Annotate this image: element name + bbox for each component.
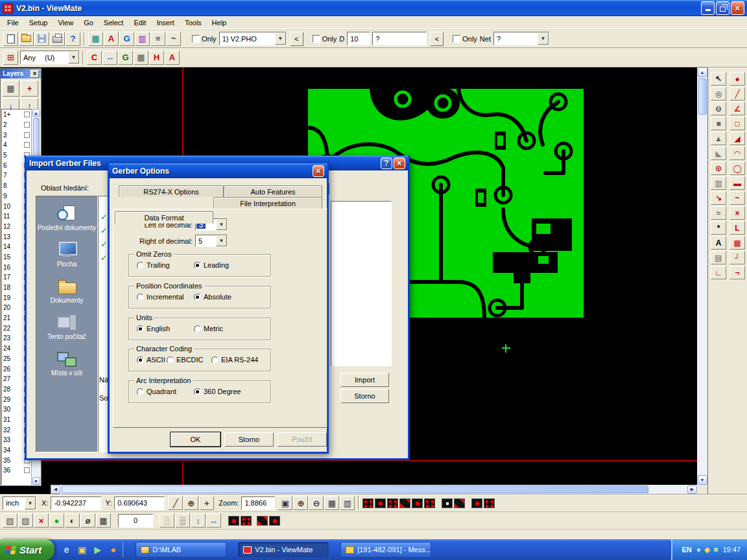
wedge-icon[interactable]: ◢ <box>729 132 745 145</box>
layer-color-box[interactable] <box>24 132 30 138</box>
dcode-value-field[interactable]: 10 <box>347 32 370 45</box>
tray-shield-icon[interactable]: ■ <box>713 546 718 554</box>
file-preview-listbox[interactable] <box>331 201 392 366</box>
pad-round-icon[interactable]: ◎ <box>711 87 726 100</box>
place-network[interactable]: Místa v síti <box>36 347 97 380</box>
layer-color-box[interactable] <box>24 142 30 148</box>
anchor-h-icon[interactable]: ↔ <box>206 513 221 528</box>
place-my-computer[interactable]: Tento počítač <box>36 310 97 344</box>
swap-icon[interactable]: ↔ <box>102 51 117 65</box>
layer-color-box[interactable] <box>24 467 30 473</box>
task-mlab-folder[interactable]: D:\MLAB <box>136 542 226 557</box>
layer-row[interactable]: 3 <box>2 130 31 140</box>
radio-trailing[interactable]: Trailing <box>137 261 170 269</box>
save-icon[interactable] <box>34 32 49 46</box>
chevron-down-icon[interactable]: ▼ <box>216 219 227 230</box>
scroll-left-icon[interactable]: ◀ <box>51 485 60 494</box>
task-viewmate[interactable]: V2.bin - ViewMate <box>238 542 329 557</box>
step-value-field[interactable]: 0 <box>118 514 153 528</box>
start-button[interactable]: Start <box>0 539 54 560</box>
grid-dense-icon[interactable]: ▦ <box>729 236 745 250</box>
radio-ebcdic[interactable]: EBCDIC <box>167 356 204 364</box>
gerber-dialog-titlebar[interactable]: Gerber Options × <box>109 163 327 178</box>
place-recent-documents[interactable]: Poslední dokumenty <box>36 202 97 235</box>
layers-grid-icon[interactable]: ▦ <box>2 80 19 97</box>
radio-circle[interactable] <box>194 262 201 269</box>
new-file-icon[interactable] <box>3 32 18 46</box>
units-combo[interactable]: inch ▼ <box>3 496 36 510</box>
star-icon[interactable]: * <box>711 221 726 235</box>
media-launch-icon[interactable]: ▶ <box>92 544 103 555</box>
apply-button[interactable]: Použít <box>278 432 327 447</box>
folder-launch-icon[interactable]: ▣ <box>77 544 88 555</box>
angle-icon[interactable]: ∠ <box>729 102 745 115</box>
dcode-grid-icon[interactable]: ▦ <box>88 32 103 46</box>
prev-layer-button[interactable]: < <box>290 32 303 46</box>
pad-square-icon[interactable]: ■ <box>711 117 726 130</box>
net-combo[interactable]: ? ▼ <box>493 32 549 45</box>
radio-incremental[interactable]: Incremental <box>137 293 184 301</box>
radio-circle[interactable] <box>137 325 144 332</box>
zoom-value-field[interactable]: 1.8866 <box>241 496 275 510</box>
chevron-down-icon[interactable]: ▼ <box>68 51 79 64</box>
text-l-icon[interactable]: L <box>729 221 745 235</box>
pad-display-icon[interactable] <box>269 516 280 526</box>
menu-select[interactable]: Select <box>99 18 129 28</box>
scroll-up-icon[interactable]: ▲ <box>32 109 40 117</box>
wave2-icon[interactable]: ≈ <box>711 206 726 220</box>
radio-english[interactable]: English <box>137 325 170 332</box>
layer-row[interactable]: 1+ <box>2 110 31 120</box>
corner-icon[interactable]: ∟ <box>711 266 726 279</box>
pad-display-icon[interactable] <box>399 498 410 508</box>
circle-tool-icon[interactable]: ◯ <box>729 161 745 175</box>
right-of-decimal-combo[interactable]: 5 ▼ <box>195 235 228 247</box>
object-filter-combo[interactable]: Any(U) ▼ <box>20 51 80 64</box>
restore-button[interactable] <box>716 1 729 15</box>
import-button[interactable]: Import <box>340 373 389 387</box>
dot-grid2-icon[interactable]: ▒ <box>175 513 190 528</box>
scroll-down-icon[interactable]: ▼ <box>698 475 707 485</box>
grid-icon[interactable]: ▦ <box>324 496 339 510</box>
radio-circle[interactable] <box>137 388 144 395</box>
wave-icon[interactable]: ~ <box>166 32 181 46</box>
tray-info-icon[interactable]: ● <box>696 546 701 554</box>
move-diag-icon[interactable]: ↘ <box>711 191 726 205</box>
radio-eia-rs244[interactable]: EIA RS-244 <box>211 356 258 364</box>
scroll-thumb[interactable] <box>698 78 707 115</box>
scroll-right-icon[interactable]: ▶ <box>687 485 697 494</box>
only-net-checkbox[interactable] <box>453 35 460 43</box>
y-coordinate-field[interactable]: 0.690643 <box>114 496 165 510</box>
grid-mode-icon[interactable]: ▦ <box>134 51 148 65</box>
pad-display-icon[interactable] <box>424 498 435 508</box>
h-mode-icon[interactable]: H <box>149 51 164 65</box>
pad-display-icon[interactable] <box>442 498 453 508</box>
fill-corner-icon[interactable]: ◣ <box>711 146 726 160</box>
grid-rect-icon[interactable]: ▤ <box>711 251 726 264</box>
tray-volume-icon[interactable]: ◆ <box>704 546 710 554</box>
grid-dots-icon[interactable]: ▥ <box>340 496 355 510</box>
film-frame-icon[interactable]: ▨ <box>18 513 33 528</box>
only-layer-checkbox[interactable] <box>192 35 200 43</box>
place-desktop[interactable]: Plocha <box>36 238 97 272</box>
layer-combo[interactable]: 1) V2.PHO ▼ <box>219 32 287 45</box>
text-a-icon[interactable]: A <box>165 51 180 65</box>
zoom-out-icon[interactable]: ⊖ <box>309 496 324 510</box>
tab-auto-features[interactable]: Auto Features <box>224 185 322 197</box>
dialog-close-icon[interactable]: × <box>313 165 324 177</box>
radio-absolute[interactable]: Absolute <box>194 293 231 301</box>
print-icon[interactable] <box>50 32 65 46</box>
cross-icon[interactable]: × <box>729 206 745 220</box>
cursor-select-icon[interactable]: ↖ <box>711 72 726 86</box>
tab-rs274x-options[interactable]: RS274-X Options <box>119 185 224 197</box>
arc-icon[interactable]: ◠ <box>729 146 745 160</box>
aperture-g-icon[interactable]: G <box>119 32 134 46</box>
menu-insert[interactable]: Insert <box>151 18 180 28</box>
pad-triangle-icon[interactable]: ▲ <box>711 132 726 145</box>
menu-tools[interactable]: Tools <box>180 18 207 28</box>
layers-palette-titlebar[interactable]: Layers × <box>1 69 41 78</box>
list-icon[interactable]: ≡ <box>150 32 165 46</box>
tab-data-format[interactable]: Data Format <box>115 211 213 224</box>
scroll-up-icon[interactable]: ▲ <box>698 67 707 77</box>
pad-display-icon[interactable] <box>471 498 482 508</box>
g-mode-icon[interactable]: G <box>118 51 133 65</box>
